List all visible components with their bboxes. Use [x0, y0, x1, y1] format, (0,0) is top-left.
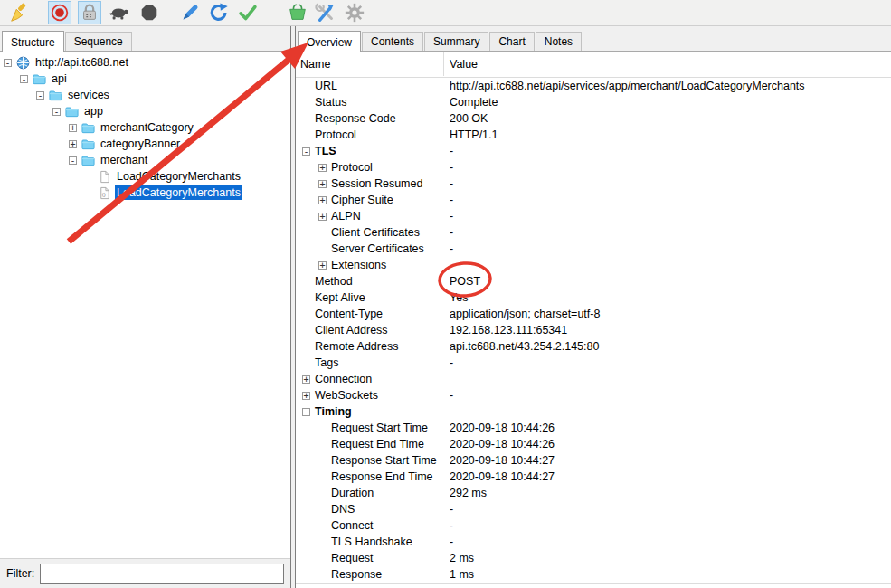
collapse-toggle[interactable]: -	[302, 408, 310, 416]
overview-row: -TLS-	[296, 143, 891, 159]
row-value: 2020-09-18 10:44:27	[450, 469, 555, 485]
row-value: 2020-09-18 10:44:27	[450, 452, 555, 469]
expand-toggle[interactable]: +	[318, 261, 327, 270]
tab-notes[interactable]: Notes	[536, 32, 582, 51]
row-name: Request	[331, 552, 374, 564]
tree-node-label: http://api.tc688.net	[33, 55, 130, 70]
expand-toggle[interactable]: +	[318, 213, 327, 221]
overview-row: Content-Typeapplication/json; charset=ut…	[296, 306, 891, 322]
column-header-value[interactable]: Value	[450, 58, 478, 71]
overview-row: Client Address192.168.123.111:65341	[296, 322, 891, 338]
expand-toggle[interactable]: +	[69, 140, 77, 148]
tree-node[interactable]: -http://api.tc688.net	[0, 54, 290, 71]
tree-node[interactable]: ()LoadCategoryMerchants	[0, 185, 290, 201]
collapse-toggle[interactable]: -	[52, 108, 61, 116]
row-value: -	[450, 192, 453, 208]
folder-icon	[81, 154, 95, 167]
tab-chart[interactable]: Chart	[489, 32, 534, 51]
tree-node[interactable]: +merchantCategory	[0, 119, 290, 136]
collapse-toggle[interactable]: -	[69, 156, 77, 165]
expand-toggle[interactable]: +	[318, 180, 327, 188]
collapse-toggle[interactable]: -	[36, 91, 44, 100]
overview-row: ProtocolHTTP/1.1	[296, 127, 891, 143]
row-value: -	[450, 143, 453, 159]
detail-pane: OverviewContentsSummaryChartNotes Name V…	[295, 26, 891, 588]
tab-contents[interactable]: Contents	[362, 32, 423, 51]
row-name: Timing	[315, 405, 352, 418]
overview-row: Response End Time2020-09-18 10:44:27	[296, 469, 891, 485]
tree-node[interactable]: -services	[0, 87, 290, 103]
row-value: application/json; charset=utf-8	[450, 306, 600, 322]
tab-structure[interactable]: Structure	[2, 31, 64, 52]
tree-node-label: api	[50, 71, 69, 86]
overview-row: Response Start Time2020-09-18 10:44:27	[296, 452, 891, 469]
column-divider[interactable]	[443, 52, 444, 76]
tree-node[interactable]: -merchant	[0, 152, 290, 168]
throttle-icon[interactable]	[108, 1, 131, 24]
bottom-divider	[296, 583, 891, 584]
folder-icon	[81, 138, 95, 151]
expand-toggle[interactable]: +	[302, 392, 310, 400]
row-name: Status	[315, 96, 346, 109]
tree-node[interactable]: -api	[0, 71, 290, 87]
tree-node[interactable]: +categoryBanner	[0, 136, 290, 152]
tab-summary[interactable]: Summary	[424, 32, 488, 51]
tree-node-label: LoadCategoryMerchants	[115, 185, 242, 200]
overview-row: +Connection	[296, 371, 891, 387]
breakpoints-icon[interactable]	[137, 1, 161, 24]
row-name: Client Address	[315, 324, 388, 337]
folder-icon	[33, 72, 46, 86]
row-name: URL	[315, 80, 337, 92]
overview-row: Tags-	[296, 355, 891, 371]
row-name: Response	[331, 568, 382, 581]
record-icon[interactable]	[48, 1, 71, 24]
expand-toggle[interactable]: +	[69, 124, 77, 132]
tab-sequence[interactable]: Sequence	[65, 32, 132, 51]
tab-overview[interactable]: Overview	[298, 31, 361, 52]
collapse-toggle[interactable]: -	[20, 75, 28, 83]
row-value: -	[450, 355, 453, 371]
filter-input[interactable]	[40, 564, 284, 584]
row-name: Response End Time	[331, 470, 433, 483]
overview-row: Client Certificates-	[296, 224, 891, 241]
row-value: -	[450, 241, 453, 257]
row-value: -	[450, 534, 453, 550]
column-header-name[interactable]: Name	[300, 58, 330, 71]
tree-node[interactable]: LoadCategoryMerchants	[0, 168, 290, 185]
tree-node-label: merchant	[99, 153, 149, 167]
overview-row: Kept AliveYes	[296, 289, 891, 306]
repeat-icon[interactable]	[207, 1, 231, 24]
row-name: Duration	[331, 487, 374, 499]
expand-toggle[interactable]: +	[302, 375, 310, 384]
svg-text:(): ()	[102, 190, 106, 196]
overview-row: +Cipher Suite-	[296, 192, 891, 208]
row-value: 292 ms	[450, 485, 487, 501]
overview-row: -Timing	[296, 403, 891, 420]
compose-icon[interactable]	[178, 1, 202, 24]
collapse-toggle[interactable]: -	[302, 147, 310, 156]
tree-node-label: LoadCategoryMerchants	[115, 169, 242, 184]
clear-session-icon[interactable]	[7, 1, 31, 24]
expand-toggle[interactable]: +	[318, 196, 327, 204]
collapse-toggle[interactable]: -	[4, 59, 12, 67]
doc-icon	[98, 170, 111, 184]
row-value: -	[450, 159, 453, 175]
overview-row: +Session Resumed-	[296, 175, 891, 192]
tools-basket-icon[interactable]	[286, 1, 309, 24]
row-name: ALPN	[331, 210, 361, 223]
validate-icon[interactable]	[236, 1, 260, 24]
expand-toggle[interactable]: +	[318, 164, 327, 172]
toolbox-icon[interactable]	[314, 1, 337, 24]
overview-row: Response Code200 OK	[296, 110, 891, 127]
row-value: api.tc688.net/43.254.2.145:80	[450, 338, 599, 355]
overview-row: Duration292 ms	[296, 485, 891, 501]
row-name: TLS	[315, 145, 336, 157]
row-value: -	[450, 387, 453, 403]
settings-gear-icon[interactable]	[343, 1, 366, 24]
overview-row: Response1 ms	[296, 566, 891, 583]
overview-row: Connect-	[296, 517, 891, 534]
tree-node[interactable]: -app	[0, 103, 290, 119]
folder-icon	[49, 89, 62, 102]
ssl-proxying-icon[interactable]	[78, 1, 101, 24]
tree-node-label: categoryBanner	[99, 137, 182, 151]
